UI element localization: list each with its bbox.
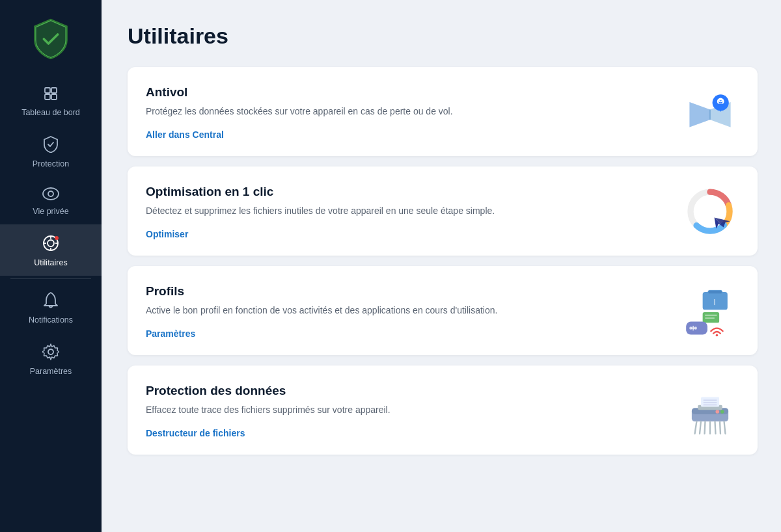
svg-rect-26 [703, 292, 728, 310]
svg-point-13 [48, 349, 53, 354]
bell-icon [44, 292, 58, 312]
eye-icon [42, 187, 59, 203]
main-content: Utilitaires Antivol Protégez les données… [102, 0, 781, 532]
optimisation-title: Optimisation en 1 clic [146, 185, 668, 199]
antivol-card-content: Antivol Protégez les données stockées su… [146, 85, 681, 140]
svg-rect-1 [51, 88, 57, 93]
profils-link[interactable]: Paramètres [146, 328, 195, 339]
svg-line-50 [720, 421, 720, 434]
svg-rect-0 [45, 88, 50, 93]
protection-donnees-card: Protection des données Effacez toute tra… [128, 366, 758, 455]
sidebar-logo [0, 0, 102, 75]
gear-icon [42, 343, 59, 363]
antivol-card: Antivol Protégez les données stockées su… [128, 67, 758, 156]
optimisation-desc: Détectez et supprimez les fichiers inuti… [146, 204, 668, 218]
svg-point-5 [48, 191, 53, 196]
svg-rect-29 [703, 312, 719, 323]
optimisation-icon [681, 187, 739, 239]
app-logo-icon [30, 18, 72, 60]
svg-line-45 [695, 421, 697, 434]
sidebar-item-parametres[interactable]: Paramètres [0, 333, 102, 384]
svg-point-12 [55, 236, 59, 240]
antivol-link[interactable]: Aller dans Central [146, 129, 224, 140]
svg-rect-2 [45, 94, 50, 100]
svg-rect-3 [51, 94, 57, 100]
svg-point-52 [720, 410, 724, 414]
profils-desc: Active le bon profil en fonction de vos … [146, 304, 661, 317]
svg-line-47 [705, 421, 706, 434]
sidebar-item-utilitaires[interactable]: Utilitaires [0, 224, 102, 276]
antivol-title: Antivol [146, 85, 668, 100]
sidebar-item-tableau[interactable]: Tableau de bord [0, 75, 102, 126]
protection-nav-icon [43, 136, 59, 155]
dashboard-icon [43, 86, 59, 104]
svg-point-37 [716, 334, 719, 336]
antivol-desc: Protégez les données stockées sur votre … [146, 105, 668, 118]
protection-donnees-icon [681, 386, 739, 438]
svg-rect-27 [708, 290, 722, 293]
profils-card-content: Profils Active le bon profil en fonction… [146, 284, 674, 339]
svg-line-51 [724, 421, 726, 434]
protection-donnees-desc: Effacez toute trace des fichiers supprim… [146, 403, 668, 417]
sidebar-item-vie-privee-label: Vie privée [33, 207, 68, 217]
profils-title: Profils [146, 284, 661, 299]
sidebar-item-tableau-label: Tableau de bord [21, 108, 80, 118]
utilitaires-icon [42, 235, 59, 254]
protection-donnees-card-content: Protection des données Effacez toute tra… [146, 384, 681, 439]
svg-rect-28 [714, 299, 715, 305]
optimisation-card: Optimisation en 1 clic Détectez et suppr… [128, 166, 758, 256]
svg-point-7 [48, 240, 54, 246]
protection-donnees-title: Protection des données [146, 384, 668, 398]
sidebar-item-protection[interactable]: Protection [0, 126, 102, 177]
svg-line-46 [700, 421, 701, 434]
svg-line-49 [715, 421, 716, 434]
svg-rect-36 [691, 327, 695, 328]
page-title: Utilitaires [128, 23, 758, 49]
destructeur-link[interactable]: Destructeur de fichiers [146, 428, 245, 438]
sidebar-divider [10, 278, 92, 279]
profils-icon [674, 286, 739, 338]
sidebar-item-notifications-label: Notifications [29, 315, 73, 325]
sidebar-item-notifications[interactable]: Notifications [0, 282, 102, 333]
svg-point-4 [43, 188, 59, 200]
antivol-icon [681, 87, 739, 139]
svg-point-53 [715, 410, 719, 414]
profils-card: Profils Active le bon profil en fonction… [128, 266, 758, 355]
sidebar-item-parametres-label: Paramètres [30, 367, 72, 377]
optimiser-link[interactable]: Optimiser [146, 229, 188, 239]
sidebar-item-protection-label: Protection [33, 159, 69, 169]
sidebar: Tableau de bord Protection Vie privée [0, 0, 102, 532]
sidebar-nav: Tableau de bord Protection Vie privée [0, 75, 102, 532]
optimisation-card-content: Optimisation en 1 clic Détectez et suppr… [146, 185, 681, 240]
sidebar-item-utilitaires-label: Utilitaires [34, 258, 67, 268]
sidebar-item-vie-privee[interactable]: Vie privée [0, 177, 102, 224]
